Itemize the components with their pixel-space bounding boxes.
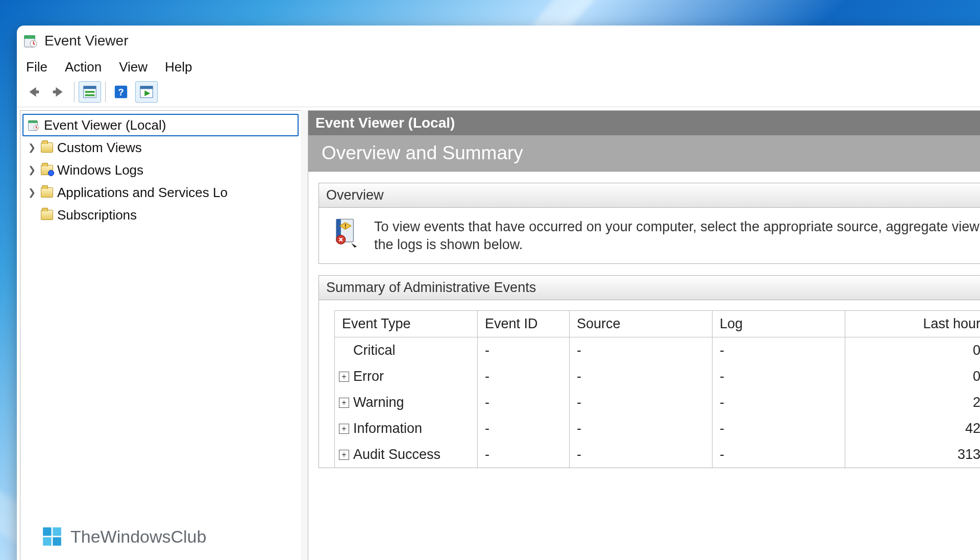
folder-icon (40, 140, 54, 155)
event-type-label: Error (353, 369, 384, 384)
cell: 0 (845, 337, 980, 363)
tree-splitter[interactable] (301, 110, 308, 560)
summary-panel-title: Summary of Administrative Events (319, 276, 980, 300)
cell: - (570, 337, 713, 363)
tree-pane[interactable]: Event Viewer (Local) ❯Custom Views❯Windo… (20, 110, 301, 560)
tree-item-label: Custom Views (57, 140, 142, 156)
column-header[interactable]: Log (713, 311, 845, 337)
event-type-label: Information (353, 421, 422, 436)
svg-rect-8 (85, 94, 95, 96)
overview-book-icon: ! (332, 218, 361, 248)
table-row[interactable]: Critical---0 (335, 337, 980, 363)
table-row[interactable]: +Error---0 (335, 363, 980, 389)
cell: 2 (845, 389, 980, 416)
cell: - (713, 363, 845, 389)
windows-flag-icon (41, 525, 63, 548)
cell: - (713, 337, 845, 363)
svg-text:?: ? (118, 87, 124, 98)
chevron-right-icon[interactable]: ❯ (27, 165, 37, 175)
cell: - (570, 389, 713, 416)
expand-icon[interactable]: + (339, 398, 349, 408)
menu-file[interactable]: File (26, 59, 47, 75)
toolbar: ? (17, 80, 980, 107)
cell: - (713, 442, 845, 468)
chevron-right-icon[interactable]: ❯ (27, 188, 37, 197)
event-type-label: Warning (353, 395, 404, 410)
tree-item-label: Applications and Services Lo (57, 185, 228, 201)
svg-text:!: ! (345, 223, 347, 229)
column-header[interactable]: Event ID (478, 311, 570, 337)
expand-icon[interactable]: + (339, 372, 349, 382)
table-row[interactable]: +Warning---2 (335, 389, 980, 416)
arrow-left-icon (26, 84, 41, 100)
column-header[interactable]: Event Type (335, 311, 478, 337)
panel-tree-icon (82, 84, 97, 100)
column-header[interactable]: Last hour (845, 311, 980, 337)
tree-item[interactable]: ❯Custom Views (22, 136, 299, 159)
svg-rect-15 (28, 120, 37, 123)
cell: - (713, 389, 845, 416)
summary-panel: Summary of Administrative Events Event T… (318, 275, 980, 468)
content-subheader: Overview and Summary (308, 135, 980, 172)
menu-bar: File Action View Help (17, 56, 980, 80)
arrow-right-icon (51, 84, 66, 100)
help-icon: ? (113, 84, 129, 100)
panel-actions-icon (139, 84, 154, 100)
tree-item[interactable]: ❯Windows Logs (22, 159, 299, 181)
tree-item-label: Windows Logs (57, 162, 143, 178)
cell: - (570, 442, 713, 468)
svg-rect-3 (33, 90, 39, 93)
cell: 42 (845, 416, 980, 442)
cell: - (478, 337, 570, 363)
help-button[interactable]: ? (110, 81, 132, 103)
svg-rect-4 (53, 90, 59, 93)
nav-forward-button[interactable] (47, 81, 70, 103)
app-window: Event Viewer File Action View Help (17, 26, 980, 560)
content-pane: Event Viewer (Local) Overview and Summar… (308, 110, 980, 560)
cell: - (570, 416, 713, 442)
menu-action[interactable]: Action (65, 59, 102, 75)
svg-rect-6 (84, 86, 96, 89)
event-type-label: Audit Success (353, 447, 440, 462)
svg-rect-24 (43, 537, 52, 546)
svg-rect-12 (140, 86, 153, 89)
svg-rect-25 (53, 537, 61, 546)
column-header[interactable]: Source (570, 311, 713, 337)
cell: - (478, 442, 570, 468)
folder-icon (40, 208, 54, 222)
svg-rect-22 (43, 527, 52, 536)
tree-item[interactable]: Subscriptions (22, 204, 299, 226)
svg-rect-7 (85, 91, 95, 93)
chevron-right-icon[interactable]: ❯ (27, 143, 37, 152)
overview-text: To view events that have occurred on you… (374, 218, 980, 253)
event-viewer-icon (23, 33, 38, 48)
overview-panel-title: Overview (319, 183, 980, 208)
folder-icon (40, 185, 54, 200)
cell: - (478, 363, 570, 389)
tree-item-label: Subscriptions (57, 207, 137, 223)
cell: - (478, 416, 570, 442)
cell: - (570, 363, 713, 389)
expand-icon[interactable]: + (339, 450, 349, 460)
watermark-text: TheWindowsClub (70, 527, 206, 547)
folder-icon (40, 163, 54, 177)
cell: 313 (845, 442, 980, 468)
nav-back-button[interactable] (22, 81, 44, 103)
table-row[interactable]: +Audit Success---313 (335, 442, 980, 468)
svg-rect-1 (24, 36, 35, 39)
events-table: Event TypeEvent IDSourceLogLast hour24 h… (334, 310, 980, 468)
overview-panel: Overview ! To view events that have occu… (318, 183, 980, 264)
table-row[interactable]: +Information---42 (335, 416, 980, 442)
menu-help[interactable]: Help (165, 59, 192, 75)
cell: - (478, 389, 570, 416)
show-action-pane-button[interactable] (135, 81, 158, 103)
tree-root-event-viewer[interactable]: Event Viewer (Local) (22, 114, 299, 136)
menu-view[interactable]: View (119, 59, 148, 75)
expand-icon[interactable]: + (339, 424, 349, 434)
content-header: Event Viewer (Local) (308, 111, 980, 135)
event-viewer-icon (27, 118, 41, 132)
tree-item[interactable]: ❯Applications and Services Lo (22, 181, 299, 204)
toolbar-separator (74, 82, 75, 102)
watermark: TheWindowsClub (41, 525, 206, 548)
show-tree-button[interactable] (79, 81, 101, 103)
